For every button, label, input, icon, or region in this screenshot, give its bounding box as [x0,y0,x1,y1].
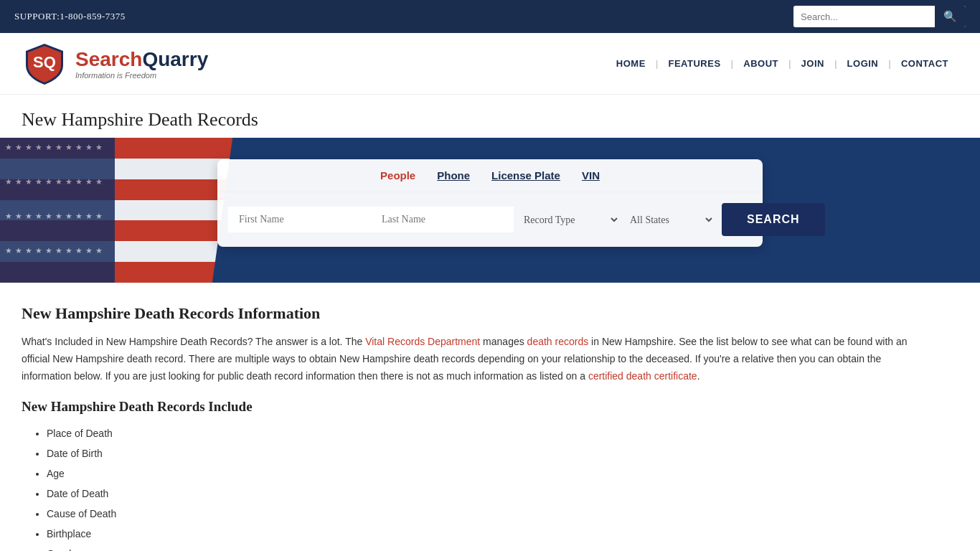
top-search-input[interactable] [793,7,935,27]
tab-people[interactable]: People [380,169,415,184]
support-phone: SUPPORT:1-800-859-7375 [14,11,126,22]
list-heading: New Hampshire Death Records Include [22,399,911,415]
nav-about[interactable]: ABOUT [733,55,788,72]
content-main-heading: New Hampshire Death Records Information [22,304,911,323]
tab-vin[interactable]: VIN [582,169,600,184]
record-type-select[interactable]: Record Type Background Check Criminal Re… [514,207,620,233]
nav-join[interactable]: JOIN [791,55,834,72]
logo-tagline: Information is Freedom [75,71,208,80]
search-widget: People Phone License Plate VIN Record Ty… [217,159,763,247]
nav-links: HOME | FEATURES | ABOUT | JOIN | LOGIN |… [606,55,958,72]
svg-text:SQ: SQ [33,53,56,71]
certified-link[interactable]: certified death certificate [588,370,697,382]
page-title: New Hampshire Death Records [22,109,958,131]
records-list: Place of Death Date of Birth Age Date of… [22,423,911,551]
nav-contact[interactable]: CONTACT [891,55,958,72]
nav-login[interactable]: LOGIN [837,55,889,72]
tab-license-plate[interactable]: License Plate [491,169,560,184]
list-item: Age [47,463,911,484]
stars-background: ★★★★★ ★★★★★ ★★★★★ ★★★★★ ★★★★★ ★★★★★ ★★★★… [0,138,115,283]
navbar: SQ SearchQuarry Information is Freedom H… [0,33,980,95]
top-search-button[interactable]: 🔍 [935,6,966,27]
last-name-input[interactable] [371,207,514,232]
logo-text: SearchQuarry Information is Freedom [75,48,208,80]
vital-records-link[interactable]: Vital Records Department [365,336,480,347]
nav-features[interactable]: FEATURES [659,55,731,72]
logo-brand: SearchQuarry [75,48,208,71]
logo-area: SQ SearchQuarry Information is Freedom [22,40,208,87]
list-item: Gender [47,544,911,551]
page-title-area: New Hampshire Death Records [0,95,980,138]
list-item: Birthplace [47,524,911,544]
death-records-link[interactable]: death records [527,336,589,347]
top-bar: SUPPORT:1-800-859-7375 🔍 [0,0,980,33]
nav-home[interactable]: HOME [606,55,656,72]
search-form: Record Type Background Check Criminal Re… [217,192,763,247]
tab-phone[interactable]: Phone [437,169,470,184]
list-item: Date of Birth [47,443,911,463]
hero-banner: ★★★★★ ★★★★★ ★★★★★ ★★★★★ ★★★★★ ★★★★★ ★★★★… [0,138,980,283]
content-paragraph: What's Included in New Hampshire Death R… [22,334,911,385]
search-button[interactable]: SEARCH [722,203,825,236]
list-item: Place of Death [47,423,911,443]
first-name-input[interactable] [228,207,371,232]
list-item: Date of Death [47,484,911,504]
search-tabs: People Phone License Plate VIN [217,159,763,192]
state-select[interactable]: All States Alabama Alaska Arizona New Ha… [620,207,715,233]
top-search-bar[interactable]: 🔍 [793,6,966,27]
content-area: New Hampshire Death Records Information … [0,283,933,551]
list-item: Cause of Death [47,504,911,524]
flag-background: ★★★★★ ★★★★★ ★★★★★ ★★★★★ ★★★★★ ★★★★★ ★★★★… [0,138,251,283]
logo-icon: SQ [22,40,68,87]
